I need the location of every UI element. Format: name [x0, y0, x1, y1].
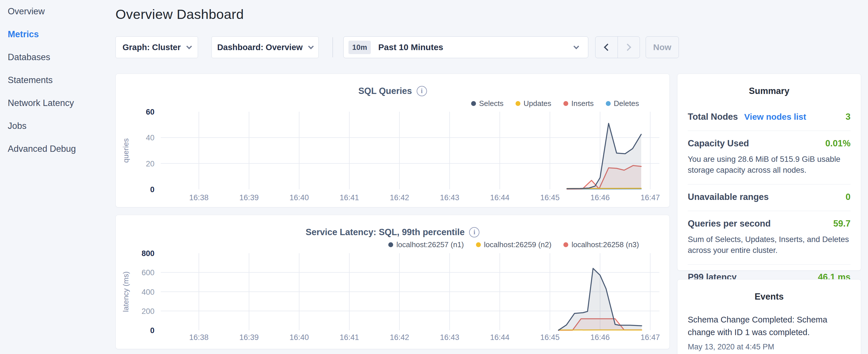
x-tick-label: 16:45: [540, 333, 560, 342]
summary-row-value: 59.7: [833, 219, 850, 229]
summary-row: Capacity Used0.01%You are using 28.6 MiB…: [688, 131, 850, 185]
x-tick-label: 16:40: [289, 193, 309, 202]
sidebar-item-statements[interactable]: Statements: [0, 69, 107, 92]
toolbar-divider: [333, 37, 333, 57]
chevron-down-icon: [186, 43, 192, 49]
x-tick-label: 16:41: [340, 333, 359, 342]
x-tick-label: 16:45: [540, 193, 560, 202]
dashboard-dropdown-label: Dashboard: Overview: [217, 43, 303, 52]
sql-queries-chart-card: SQL Queries i SelectsUpdatesInsertsDelet…: [116, 74, 670, 207]
y-tick-label: 400: [142, 288, 154, 296]
series-area-localhost:26257 (n1): [559, 268, 642, 330]
x-tick-label: 16:44: [490, 333, 509, 342]
time-step-buttons: [595, 36, 640, 58]
summary-panel: Summary Total NodesView nodes list3Capac…: [677, 74, 861, 271]
x-tick-label: 16:40: [289, 333, 309, 342]
y-tick-label: 600: [142, 268, 154, 277]
page-title: Overview Dashboard: [116, 6, 244, 22]
sidebar-item-databases[interactable]: Databases: [0, 46, 107, 69]
summary-row-subtext: You are using 28.6 MiB of 515.9 GiB usab…: [688, 154, 850, 175]
view-nodes-list-link[interactable]: View nodes list: [744, 112, 806, 122]
events-panel: Events Schema Change Completed: Schema c…: [677, 279, 861, 354]
graph-scope-dropdown[interactable]: Graph: Cluster: [116, 36, 198, 58]
x-tick-label: 16:47: [641, 333, 660, 342]
x-tick-label: 16:41: [340, 193, 359, 202]
time-range-badge: 10m: [348, 41, 371, 54]
summary-row: Unavailable ranges0: [688, 185, 850, 211]
now-button[interactable]: Now: [646, 36, 679, 58]
y-tick-label: 800: [142, 249, 154, 258]
summary-row-subtext: Sum of Selects, Updates, Inserts, and De…: [688, 234, 850, 256]
service-latency-chart[interactable]: 020040060080016:3816:3916:4016:4116:4216…: [116, 215, 670, 349]
sidebar-item-network-latency[interactable]: Network Latency: [0, 92, 107, 115]
summary-row-label: Total Nodes: [688, 112, 738, 122]
x-tick-label: 16:44: [490, 193, 509, 202]
x-tick-label: 16:42: [390, 193, 409, 202]
summary-row-label: Capacity Used: [688, 138, 749, 149]
x-tick-label: 16:38: [189, 193, 209, 202]
summary-row-label: Unavailable ranges: [688, 192, 769, 202]
y-tick-label: 20: [146, 160, 154, 168]
event-text: Schema Change Completed: Schema change w…: [688, 313, 850, 339]
x-tick-label: 16:39: [239, 333, 259, 342]
time-step-back-button[interactable]: [595, 37, 618, 58]
chevron-down-icon: [574, 43, 579, 49]
x-tick-label: 16:46: [590, 193, 610, 202]
sidebar-item-overview[interactable]: Overview: [0, 0, 107, 23]
x-tick-label: 16:42: [390, 333, 409, 342]
time-range-label: Past 10 Minutes: [378, 42, 574, 52]
time-range-dropdown[interactable]: 10m Past 10 Minutes: [343, 36, 588, 58]
x-tick-label: 16:38: [189, 333, 209, 342]
events-heading: Events: [677, 280, 861, 302]
sidebar-item-metrics[interactable]: Metrics: [0, 23, 107, 46]
y-tick-label: 200: [142, 307, 154, 316]
y-tick-label: 60: [146, 108, 154, 116]
overview-dashboard-page: { "header": { "title": "Overview Dashboa…: [0, 0, 868, 354]
y-tick-label: 0: [150, 326, 154, 335]
time-step-forward-button[interactable]: [618, 37, 640, 58]
sidebar-item-advanced-debug[interactable]: Advanced Debug: [0, 137, 107, 160]
dashboard-dropdown[interactable]: Dashboard: Overview: [212, 36, 319, 58]
service-latency-chart-card: Service Latency: SQL, 99th percentile i …: [116, 215, 670, 349]
sql-queries-chart[interactable]: 020406016:3816:3916:4016:4116:4216:4316:…: [116, 74, 670, 207]
x-tick-label: 16:39: [239, 193, 259, 202]
summary-row-label: Queries per second: [688, 219, 771, 229]
summary-row: Queries per second59.7Sum of Selects, Up…: [688, 211, 850, 265]
summary-heading: Summary: [677, 74, 861, 96]
y-tick-label: 0: [150, 185, 154, 194]
x-tick-label: 16:43: [440, 193, 459, 202]
graph-scope-dropdown-label: Graph: Cluster: [122, 43, 181, 52]
summary-row: Total NodesView nodes list3: [688, 104, 850, 131]
sidebar-nav: OverviewMetricsDatabasesStatementsNetwor…: [0, 0, 107, 354]
event-timestamp: May 13, 2020 at 4:45 PM: [688, 343, 850, 351]
chevron-down-icon: [308, 43, 314, 49]
x-tick-label: 16:46: [590, 333, 610, 342]
series-area-Selects: [567, 123, 641, 189]
chevron-right-icon: [624, 43, 631, 51]
summary-row-value: 0: [846, 192, 850, 202]
sidebar-item-jobs[interactable]: Jobs: [0, 115, 107, 137]
summary-row-value: 3: [846, 112, 850, 122]
y-axis-label: queries: [122, 138, 130, 163]
y-tick-label: 40: [146, 133, 154, 142]
chevron-left-icon: [604, 43, 611, 51]
summary-row-value: 0.01%: [825, 138, 850, 149]
x-tick-label: 16:43: [440, 333, 459, 342]
event-item[interactable]: Schema Change Completed: Schema change w…: [677, 302, 861, 351]
x-tick-label: 16:47: [641, 193, 660, 202]
y-axis-label: latency (ms): [122, 271, 130, 312]
